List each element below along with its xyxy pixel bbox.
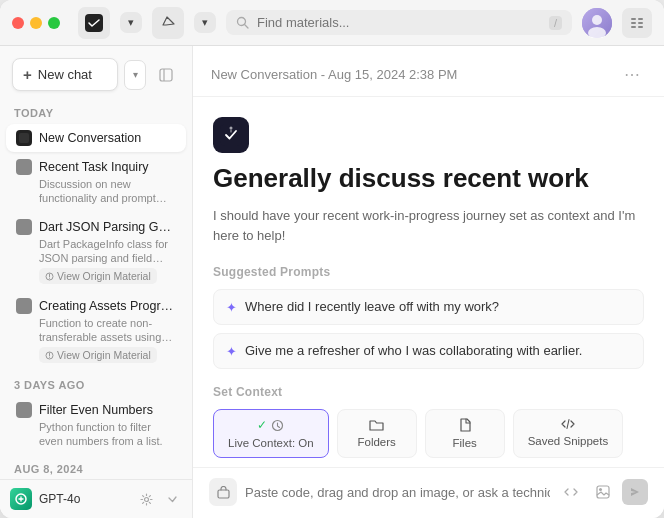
origin-icon — [45, 272, 54, 281]
set-context-label: Set Context — [213, 385, 644, 399]
sidebar: + New chat ▾ TODAY — [0, 46, 193, 518]
item-icon-creating-assets — [16, 298, 32, 314]
search-bar[interactable]: / — [226, 10, 572, 35]
send-button[interactable] — [622, 479, 648, 505]
item-title-dart-json: Dart JSON Parsing Guide — [39, 220, 176, 234]
avatar[interactable] — [582, 8, 612, 38]
content-area: New Conversation - Aug 15, 2024 2:38 PM … — [193, 46, 664, 518]
new-chat-button[interactable]: + New chat — [12, 58, 118, 91]
live-context-icon: ✓ — [257, 418, 284, 432]
view-origin-creating-assets[interactable]: View Origin Material — [39, 347, 157, 363]
search-input[interactable] — [257, 15, 541, 30]
content-body: Generally discuss recent work I should h… — [193, 97, 664, 467]
svg-point-20 — [49, 357, 50, 358]
context-button-files[interactable]: Files — [425, 409, 505, 458]
fullscreen-button[interactable] — [48, 17, 60, 29]
model-selector[interactable]: GPT-4o — [0, 479, 192, 518]
view-origin-dart-json[interactable]: View Origin Material — [39, 268, 157, 284]
svg-rect-10 — [631, 26, 636, 28]
sidebar-top: + New chat ▾ — [0, 46, 192, 99]
item-icon-dart-json — [16, 219, 32, 235]
item-title-filter-even: Filter Even Numbers — [39, 403, 153, 417]
attachment-button[interactable] — [209, 478, 237, 506]
conversation-logo — [213, 117, 249, 153]
traffic-lights — [12, 17, 60, 29]
settings-icon[interactable] — [622, 8, 652, 38]
svg-rect-9 — [638, 22, 643, 24]
item-title-recent-task: Recent Task Inquiry — [39, 160, 149, 174]
svg-rect-6 — [631, 18, 636, 20]
item-desc-filter-even: Python function to filter even numbers f… — [16, 420, 176, 449]
more-options-button[interactable]: ⋯ — [618, 60, 646, 88]
svg-rect-12 — [160, 69, 172, 81]
sidebar-toggle-button[interactable] — [152, 61, 180, 89]
app-menu-button[interactable]: ▾ — [120, 12, 142, 33]
sidebar-item-filter-even[interactable]: Filter Even Numbers Python function to f… — [6, 396, 186, 455]
context-buttons: ✓ Live Context: On — [213, 409, 644, 458]
item-title-creating-assets: Creating Assets Programma... — [39, 299, 176, 313]
new-chat-caret-button[interactable]: ▾ — [124, 60, 146, 90]
prompt-item-1[interactable]: ✦ Where did I recently leave off with my… — [213, 289, 644, 325]
svg-rect-14 — [19, 133, 29, 143]
item-desc-recent-task: Discussion on new functionality and prom… — [16, 177, 176, 206]
search-shortcut: / — [549, 16, 562, 30]
item-title-new-conversation: New Conversation — [39, 131, 141, 145]
item-icon-filter-even — [16, 402, 32, 418]
input-area — [193, 467, 664, 518]
section-label-3days: 3 DAYS AGO — [0, 371, 192, 395]
minimize-button[interactable] — [30, 17, 42, 29]
model-info-icon[interactable] — [162, 489, 182, 509]
folders-label: Folders — [357, 436, 395, 448]
sidebar-list: TODAY New Conversation Recent Task Inqui… — [0, 99, 192, 479]
saved-snippets-icon — [561, 418, 575, 430]
checkmark-icon: ✓ — [257, 418, 267, 432]
item-icon-recent-task — [16, 159, 32, 175]
svg-rect-27 — [218, 490, 229, 498]
svg-point-24 — [230, 127, 233, 130]
prompt-text-1: Where did I recently leave off with my w… — [245, 299, 499, 314]
svg-line-26 — [567, 420, 569, 429]
item-desc-dart-json: Dart PackageInfo class for JSON parsing … — [16, 237, 176, 266]
conversation-title: Generally discuss recent work — [213, 163, 644, 194]
svg-point-29 — [599, 488, 602, 491]
close-button[interactable] — [12, 17, 24, 29]
sidebar-item-new-conversation[interactable]: New Conversation — [6, 124, 186, 152]
conversation-subtitle: I should have your recent work-in-progre… — [213, 206, 644, 245]
model-settings-icon[interactable] — [136, 489, 156, 509]
prompt-icon-2: ✦ — [226, 344, 237, 359]
svg-point-17 — [49, 278, 50, 279]
compose-icon[interactable] — [152, 7, 184, 39]
chat-input[interactable] — [245, 485, 550, 500]
files-icon — [459, 418, 471, 432]
item-desc-creating-assets: Function to create non-transferable asse… — [16, 316, 176, 345]
navigation-button[interactable]: ▾ — [194, 12, 216, 33]
prompt-item-2[interactable]: ✦ Give me a refresher of who I was colla… — [213, 333, 644, 369]
section-label-today: TODAY — [0, 99, 192, 123]
live-context-label: Live Context: On — [228, 437, 314, 449]
origin-icon-2 — [45, 351, 54, 360]
section-label-aug8: AUG 8, 2024 — [0, 455, 192, 479]
view-origin-label-dart-json: View Origin Material — [57, 270, 151, 282]
model-icon — [10, 488, 32, 510]
image-button[interactable] — [590, 479, 616, 505]
code-format-button[interactable] — [558, 479, 584, 505]
sidebar-item-recent-task[interactable]: Recent Task Inquiry Discussion on new fu… — [6, 153, 186, 212]
sidebar-item-creating-assets[interactable]: Creating Assets Programma... Function to… — [6, 292, 186, 370]
files-label: Files — [453, 437, 477, 449]
svg-rect-11 — [638, 26, 643, 28]
svg-rect-8 — [631, 22, 636, 24]
context-button-saved-snippets[interactable]: Saved Snippets — [513, 409, 624, 458]
app-icon[interactable] — [78, 7, 110, 39]
svg-point-22 — [144, 497, 148, 501]
svg-rect-7 — [638, 18, 643, 20]
sidebar-item-dart-json[interactable]: Dart JSON Parsing Guide Dart PackageInfo… — [6, 213, 186, 291]
plus-icon: + — [23, 66, 32, 83]
suggested-prompts-label: Suggested Prompts — [213, 265, 644, 279]
context-button-live[interactable]: ✓ Live Context: On — [213, 409, 329, 458]
saved-snippets-label: Saved Snippets — [528, 435, 609, 447]
context-button-folders[interactable]: Folders — [337, 409, 417, 458]
item-icon-new-conversation — [16, 130, 32, 146]
prompt-icon-1: ✦ — [226, 300, 237, 315]
conversation-date: New Conversation - Aug 15, 2024 2:38 PM — [211, 67, 457, 82]
svg-point-1 — [238, 18, 246, 26]
